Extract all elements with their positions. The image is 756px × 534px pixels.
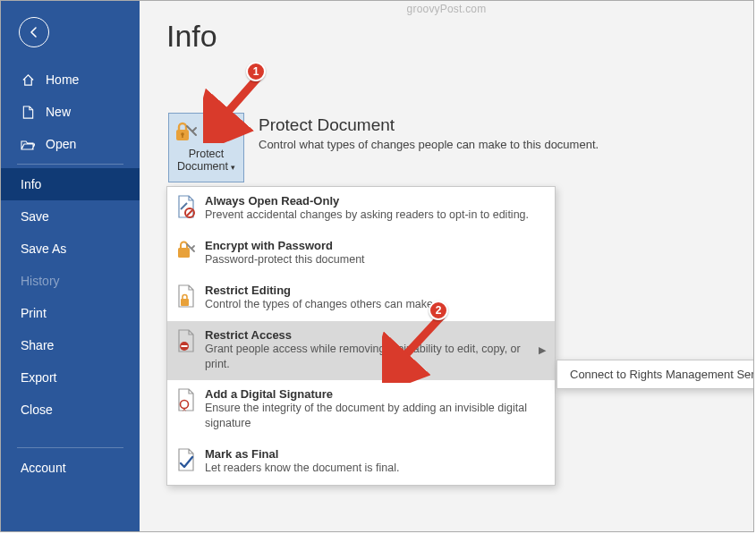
home-icon bbox=[21, 73, 35, 87]
sidebar-item-home[interactable]: Home bbox=[1, 64, 140, 96]
sidebar-item-new[interactable]: New bbox=[1, 96, 140, 128]
sidebar-label: Home bbox=[46, 72, 79, 87]
sidebar-label: Save bbox=[21, 209, 49, 224]
menu-item-desc: Ensure the integrity of the document by … bbox=[205, 401, 546, 431]
menu-item-title: Encrypt with Password bbox=[205, 239, 546, 252]
sidebar-label: Print bbox=[21, 306, 47, 320]
backstage-sidebar: Home New Open Info Save Save As History … bbox=[1, 1, 140, 531]
mark-final-icon bbox=[176, 448, 196, 471]
sidebar-label: Share bbox=[21, 338, 54, 352]
svg-point-7 bbox=[181, 401, 189, 409]
restrict-access-submenu[interactable]: Connect to Rights Management Servers and… bbox=[556, 360, 754, 389]
sidebar-label: Close bbox=[21, 403, 53, 417]
restrict-access-icon bbox=[176, 329, 196, 352]
dropdown-caret-icon: ▾ bbox=[231, 163, 235, 172]
tile-label-line2: Document bbox=[177, 160, 228, 173]
page-title: Info bbox=[166, 19, 753, 54]
menu-item-desc: Prevent accidental changes by asking rea… bbox=[205, 208, 546, 223]
sidebar-item-info[interactable]: Info bbox=[1, 168, 140, 200]
sidebar-separator bbox=[17, 447, 123, 448]
menu-item-encrypt[interactable]: Encrypt with Password Password-protect t… bbox=[167, 232, 555, 276]
submenu-item-label: Connect to Rights Management Servers and… bbox=[570, 368, 754, 381]
menu-item-digital-signature[interactable]: Add a Digital Signature Ensure the integ… bbox=[167, 380, 555, 440]
menu-item-title: Add a Digital Signature bbox=[205, 387, 546, 401]
sidebar-separator bbox=[17, 164, 123, 165]
svg-rect-3 bbox=[178, 248, 190, 258]
annotation-arrow-2 bbox=[382, 311, 489, 383]
new-doc-icon bbox=[21, 106, 35, 119]
menu-item-desc: Control the types of changes others can … bbox=[205, 297, 546, 312]
back-button[interactable] bbox=[19, 17, 49, 47]
sidebar-label: Open bbox=[46, 137, 76, 151]
sidebar-item-close[interactable]: Close bbox=[1, 394, 140, 426]
signature-icon bbox=[176, 388, 196, 411]
sidebar-item-history: History bbox=[1, 265, 140, 297]
back-arrow-icon bbox=[27, 25, 41, 39]
sidebar-label: Export bbox=[21, 370, 56, 385]
menu-item-desc: Password-protect this document bbox=[205, 252, 546, 267]
sidebar-item-print[interactable]: Print bbox=[1, 297, 140, 329]
sidebar-label: Account bbox=[21, 461, 66, 475]
menu-item-title: Restrict Editing bbox=[205, 284, 546, 297]
menu-item-restrict-editing[interactable]: Restrict Editing Control the types of ch… bbox=[167, 276, 555, 321]
sidebar-item-save[interactable]: Save bbox=[1, 200, 140, 233]
annotation-badge-1: 1 bbox=[246, 62, 266, 81]
svg-rect-6 bbox=[182, 345, 188, 347]
tile-label-line1: Protect bbox=[189, 148, 225, 160]
restrict-editing-icon bbox=[176, 284, 196, 308]
annotation-arrow-1 bbox=[203, 72, 310, 143]
read-only-icon bbox=[176, 195, 196, 218]
submenu-chevron-icon: ▶ bbox=[539, 344, 546, 356]
sidebar-item-open[interactable]: Open bbox=[1, 128, 140, 160]
sidebar-label: Save As bbox=[21, 242, 66, 256]
sidebar-item-export[interactable]: Export bbox=[1, 361, 140, 394]
sidebar-label: Info bbox=[21, 177, 41, 191]
menu-item-title: Always Open Read-Only bbox=[205, 194, 546, 208]
sidebar-item-save-as[interactable]: Save As bbox=[1, 233, 140, 265]
svg-rect-4 bbox=[181, 299, 189, 306]
menu-item-restrict-access[interactable]: Restrict Access Grant people access whil… bbox=[167, 321, 555, 381]
protect-document-menu: Always Open Read-Only Prevent accidental… bbox=[166, 186, 556, 486]
menu-item-mark-final[interactable]: Mark as Final Let readers know the docum… bbox=[167, 440, 555, 485]
menu-item-read-only[interactable]: Always Open Read-Only Prevent accidental… bbox=[167, 187, 555, 232]
annotation-badge-2: 2 bbox=[429, 301, 448, 320]
sidebar-label: New bbox=[46, 105, 71, 119]
sidebar-label: History bbox=[21, 274, 60, 288]
sidebar-item-share[interactable]: Share bbox=[1, 329, 140, 361]
sidebar-item-account[interactable]: Account bbox=[1, 452, 140, 484]
menu-item-desc: Let readers know the document is final. bbox=[205, 461, 546, 476]
encrypt-icon bbox=[176, 240, 196, 259]
watermark-text: groovyPost.com bbox=[407, 3, 487, 15]
menu-item-title: Mark as Final bbox=[205, 447, 546, 461]
open-folder-icon bbox=[21, 139, 35, 150]
